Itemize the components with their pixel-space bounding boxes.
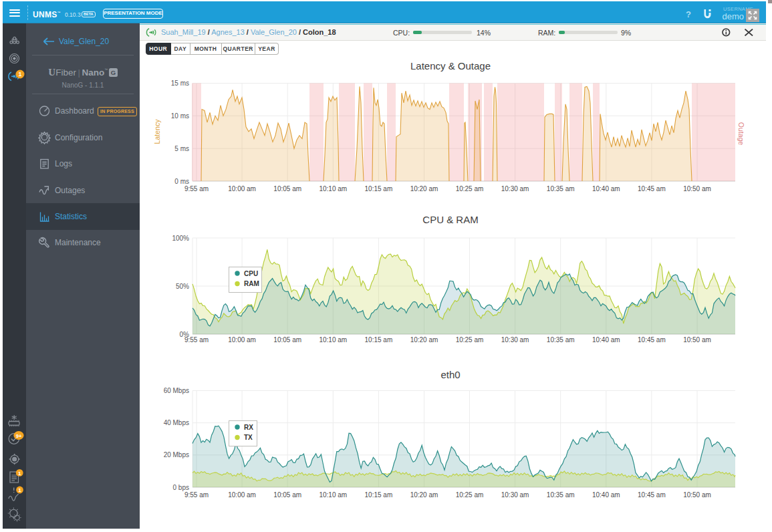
svg-text:10:20 am: 10:20 am — [410, 336, 438, 344]
svg-text:10:20 am: 10:20 am — [410, 491, 438, 499]
svg-text:10:05 am: 10:05 am — [273, 336, 301, 344]
svg-text:5 ms: 5 ms — [174, 145, 189, 152]
svg-text:50%: 50% — [176, 283, 189, 290]
svg-text:9:55 am: 9:55 am — [184, 336, 209, 344]
svg-text:10:30 am: 10:30 am — [501, 491, 529, 499]
svg-text:10:35 am: 10:35 am — [547, 491, 575, 499]
svg-text:10:25 am: 10:25 am — [456, 336, 484, 344]
svg-text:0 ms: 0 ms — [174, 178, 189, 185]
svg-text:10:05 am: 10:05 am — [273, 491, 301, 499]
svg-text:10:00 am: 10:00 am — [228, 336, 256, 344]
svg-text:eth0: eth0 — [440, 369, 460, 380]
svg-text:10:45 am: 10:45 am — [638, 185, 666, 192]
svg-text:10:45 am: 10:45 am — [638, 491, 666, 499]
svg-text:10:05 am: 10:05 am — [273, 185, 301, 192]
svg-text:10:00 am: 10:00 am — [228, 491, 256, 499]
svg-text:Outage: Outage — [737, 122, 745, 146]
svg-text:9:55 am: 9:55 am — [184, 491, 209, 499]
svg-text:10:20 am: 10:20 am — [410, 185, 438, 192]
svg-text:10:00 am: 10:00 am — [228, 185, 256, 192]
svg-text:1: 1 — [18, 471, 21, 477]
svg-text:10:45 am: 10:45 am — [638, 336, 666, 344]
svg-text:10:25 am: 10:25 am — [456, 491, 484, 499]
svg-text:RX: RX — [244, 424, 253, 431]
svg-text:10:15 am: 10:15 am — [365, 491, 393, 499]
svg-text:10:15 am: 10:15 am — [365, 336, 393, 344]
svg-text:15 ms: 15 ms — [171, 80, 189, 87]
svg-text:10:40 am: 10:40 am — [592, 336, 620, 344]
svg-text:10:30 am: 10:30 am — [501, 336, 529, 344]
svg-text:1: 1 — [18, 487, 21, 493]
svg-text:Latency & Outage: Latency & Outage — [410, 60, 491, 72]
svg-text:0 bps: 0 bps — [173, 484, 189, 491]
svg-text:CPU: CPU — [244, 270, 258, 277]
svg-text:100%: 100% — [172, 235, 189, 242]
svg-text:40 Mbps: 40 Mbps — [164, 419, 189, 426]
svg-text:10:50 am: 10:50 am — [683, 336, 711, 344]
svg-text:10:15 am: 10:15 am — [365, 185, 393, 192]
svg-text:10:35 am: 10:35 am — [547, 336, 575, 344]
svg-text:10:25 am: 10:25 am — [456, 185, 484, 192]
svg-text:10:30 am: 10:30 am — [501, 185, 529, 192]
svg-text:1: 1 — [18, 71, 21, 78]
svg-text:10:40 am: 10:40 am — [592, 491, 620, 499]
svg-text:Latency: Latency — [153, 119, 161, 144]
svg-text:9+: 9+ — [16, 433, 22, 439]
svg-text:10:50 am: 10:50 am — [683, 491, 711, 499]
svg-text:10:40 am: 10:40 am — [592, 185, 620, 192]
svg-text:10:10 am: 10:10 am — [319, 336, 347, 344]
svg-text:CPU & RAM: CPU & RAM — [422, 214, 478, 225]
svg-text:10 ms: 10 ms — [171, 112, 189, 120]
svg-text:10:10 am: 10:10 am — [319, 491, 347, 499]
svg-text:20 Mbps: 20 Mbps — [164, 451, 189, 458]
svg-text:9:55 am: 9:55 am — [184, 185, 209, 192]
svg-text:10:10 am: 10:10 am — [319, 185, 347, 192]
svg-text:RAM: RAM — [244, 280, 259, 287]
svg-text:TX: TX — [244, 434, 253, 441]
svg-text:60 Mbps: 60 Mbps — [164, 387, 189, 394]
svg-text:10:35 am: 10:35 am — [547, 185, 575, 192]
svg-text:10:50 am: 10:50 am — [683, 185, 711, 192]
